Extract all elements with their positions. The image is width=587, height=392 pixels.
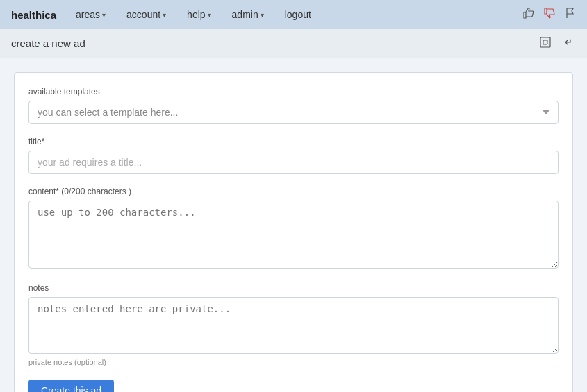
flag-icon[interactable] [565, 8, 576, 22]
chevron-down-icon: ▾ [208, 11, 211, 19]
thumbs-down-icon[interactable] [544, 8, 556, 22]
nav-help-label: help [187, 9, 205, 20]
return-button[interactable] [559, 35, 576, 52]
nav-admin[interactable]: admin ▾ [228, 6, 268, 23]
navbar: healthica areas ▾ account ▾ help ▾ admin… [0, 0, 587, 29]
template-group: available templates you can select a tem… [28, 87, 559, 124]
page-title: create a new ad [11, 37, 85, 49]
template-select[interactable]: you can select a template here... [28, 101, 559, 124]
thumbs-up-icon[interactable] [523, 8, 536, 22]
chevron-down-icon: ▾ [261, 11, 264, 19]
notes-group: notes private notes (optional) [28, 283, 559, 367]
nav-logout[interactable]: logout [281, 6, 315, 23]
main-content: available templates you can select a tem… [0, 58, 587, 392]
title-input[interactable] [28, 151, 559, 174]
content-group: content* (0/200 characters ) [28, 187, 559, 271]
nav-areas-label: areas [76, 9, 100, 20]
notes-textarea[interactable] [28, 297, 559, 354]
title-label: title* [28, 137, 559, 146]
nav-admin-label: admin [232, 9, 258, 20]
submit-button[interactable]: Create this ad [28, 380, 114, 392]
nav-help[interactable]: help ▾ [183, 6, 215, 23]
notes-label: notes [28, 283, 559, 293]
template-label: available templates [28, 87, 559, 96]
notes-helper: private notes (optional) [28, 358, 106, 366]
chevron-down-icon: ▾ [102, 11, 106, 19]
page-header-actions [537, 35, 576, 52]
expand-button[interactable] [537, 35, 554, 52]
svg-rect-0 [540, 37, 550, 47]
page-header: create a new ad [0, 29, 587, 58]
nav-areas[interactable]: areas ▾ [72, 6, 110, 23]
chevron-down-icon: ▾ [163, 11, 166, 19]
form-section: available templates you can select a tem… [14, 72, 573, 392]
title-group: title* [28, 137, 559, 174]
nav-account[interactable]: account ▾ [122, 6, 170, 23]
nav-account-label: account [126, 9, 160, 20]
brand: healthica [11, 9, 56, 21]
nav-icons [523, 8, 576, 22]
content-textarea[interactable] [28, 201, 559, 269]
content-label: content* (0/200 characters ) [28, 187, 559, 196]
